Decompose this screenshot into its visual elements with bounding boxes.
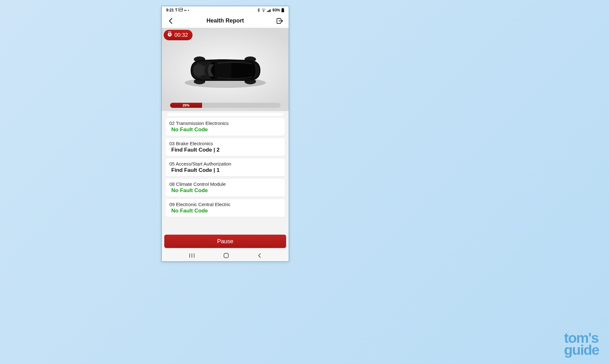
status-right: 93% [257,8,284,12]
svg-rect-3 [268,10,269,12]
android-nav-bar [162,250,289,261]
module-card[interactable]: 02 Transmission ElectronicsNo Fault Code [166,118,285,136]
signal-icon [267,9,271,12]
module-card[interactable]: 05 Access/Start AuthorizationFind Fault … [166,159,285,176]
app-body: 00:32 [162,28,289,250]
app-header: Health Report [162,14,289,28]
module-name: 09 Electronic Central Electric [169,202,281,207]
chevron-left-icon [168,18,173,24]
status-t-icon: T [175,8,177,12]
svg-rect-2 [267,11,268,12]
exit-button[interactable] [275,16,284,25]
status-left: 9:21 T ∞ • [166,8,189,12]
svg-rect-6 [282,8,283,9]
module-status: Find Fault Code | 2 [171,147,281,153]
svg-rect-5 [270,9,271,12]
module-card[interactable]: 08 Climate Control ModuleNo Fault Code [166,179,285,197]
module-name: 03 Brake Electronics [169,141,281,146]
spacer-bar [167,113,284,116]
module-card[interactable]: 09 Electronic Central ElectricNo Fault C… [166,199,285,217]
module-card[interactable]: 03 Brake ElectronicsFind Fault Code | 2 [166,138,285,156]
bluetooth-icon [257,8,260,12]
module-status: No Fault Code [171,208,281,214]
status-time: 9:21 [166,8,174,12]
svg-rect-4 [269,10,270,12]
watermark-line2: guide [564,344,599,356]
battery-icon [281,8,284,12]
home-button[interactable] [223,253,229,258]
svg-line-13 [170,35,171,35]
hero-panel: 00:32 [162,28,289,111]
timer-pill: 00:32 [164,30,193,40]
module-name: 02 Transmission Electronics [169,120,281,126]
clock-icon [167,31,173,39]
battery-percent: 93% [272,8,280,12]
svg-point-1 [263,11,264,12]
module-status: No Fault Code [171,127,281,133]
status-image-icon [179,8,183,12]
android-status-bar: 9:21 T ∞ • 93% [162,6,289,14]
module-status: No Fault Code [171,187,281,194]
android-back-button[interactable] [257,253,262,258]
svg-rect-7 [282,9,284,12]
watermark: tom's guide [564,332,599,356]
timer-value: 00:32 [174,32,188,38]
wifi-icon [261,9,266,12]
progress-label: 29% [182,103,189,107]
phone-frame: 9:21 T ∞ • 93% [161,6,289,262]
module-status: Find Fault Code | 1 [171,167,281,173]
exit-icon [276,18,283,24]
progress-bar: 29% [170,103,280,108]
pause-area: Pause [162,231,289,250]
results-list[interactable]: 02 Transmission ElectronicsNo Fault Code… [162,116,289,231]
pause-button[interactable]: Pause [164,235,286,248]
svg-rect-23 [224,253,228,258]
page-title: Health Report [206,17,244,24]
back-button[interactable] [166,16,175,25]
status-infinity-icon: ∞ [184,8,187,12]
status-dot-icon: • [188,9,189,12]
car-illustration [179,50,271,92]
recents-button[interactable] [189,253,195,258]
module-name: 05 Access/Start Authorization [169,161,281,166]
module-name: 08 Climate Control Module [169,181,281,187]
progress-fill: 29% [170,103,202,108]
svg-point-19 [194,63,204,77]
